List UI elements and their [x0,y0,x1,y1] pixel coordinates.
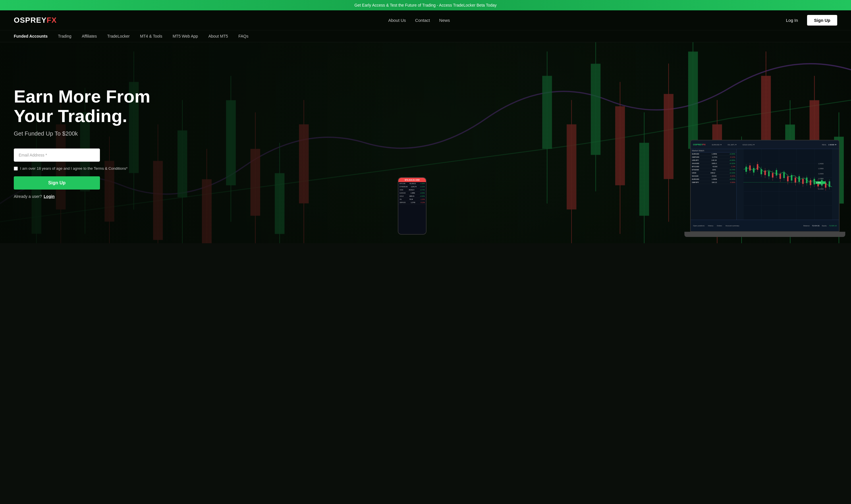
subnav-funded-accounts[interactable]: Funded Accounts [14,34,48,38]
top-banner: Get Early Access & Test the Future of Tr… [0,0,851,10]
already-user-text: Already a user? [14,194,42,199]
svg-text:1.24000: 1.24000 [818,163,823,165]
nav-news[interactable]: News [439,18,450,23]
hero-devices: OSPREYFX EUR/USD ▼ OIL (WT) ▼ GOLD (XAU)… [340,42,851,243]
logo: OSPREYFX [14,16,57,25]
login-link[interactable]: Login [44,194,55,199]
hero-section: Earn More From Your Trading. Get Funded … [0,42,851,243]
phone-instruments-list: BITCOIN 42,150.21 +1.50% ETHEREUM 2,241.… [398,182,426,234]
signup-header-button[interactable]: Sign Up [807,15,837,25]
subnav-affiliates[interactable]: Affiliates [82,34,97,38]
already-user-row: Already a user? Login [14,194,159,199]
login-button[interactable]: Log In [781,16,803,25]
instrument-row: NAS100 15234 -0.22% [691,175,737,178]
trading-bottombar: Open positions History Orders Account su… [691,220,839,231]
svg-text:1.21500: 1.21500 [818,188,823,190]
svg-rect-81 [783,173,785,178]
phone-instrument-row: OIL 78.34 -1.22% [398,198,426,201]
banner-text: Get Early Access & Test the Future of Tr… [355,3,496,7]
svg-text:1.23500: 1.23500 [818,168,823,169]
logo-osprey: OSPREY [14,16,47,25]
trading-sidebar: Market Watch EURUSD 1.0856 +0.05% GBPUSD… [691,149,737,220]
svg-text:1.0856: 1.0856 [816,182,820,183]
phone-screen-content: $72,414.31 USD BITCOIN 42,150.21 +1.50% … [398,178,426,234]
subnav-mt5-web-app[interactable]: MT5 Web App [173,34,198,38]
trading-platform-ui: OSPREYFX EUR/USD ▼ OIL (WT) ▼ GOLD (XAU)… [691,140,839,231]
phone-instrument-row: EURUSD 1.0856 +0.05% [398,192,426,195]
svg-rect-71 [764,170,766,175]
instrument-row: GBPUSD 1.2743 -0.12% [691,156,737,159]
svg-rect-95 [810,180,811,185]
phone-instrument-row: ETHEREUM 2,241.74 +2.21% [398,185,426,188]
terms-row: I am over 18 years of age and I agree to… [14,166,159,170]
svg-rect-77 [776,170,777,176]
subnav-faqs[interactable]: FAQs [238,34,249,38]
svg-rect-61 [745,167,747,172]
phone-instrument-row: BITCOIN 42,150.21 +1.50% [398,182,426,185]
instrument-row: GBPJPY 190.12 -0.08% [691,181,737,184]
subnav-tradelocker[interactable]: TradeLocker [107,34,129,38]
subnav-mt4-tools[interactable]: MT4 & Tools [140,34,162,38]
instrument-row: BTCUSD 42150 -1.2% [691,165,737,168]
phone-instrument-row: GBPUSD 1.2743 -0.12% [398,201,426,204]
instrument-row: XAUUSD 1983.2 +0.32% [691,162,737,165]
email-input-wrapper [14,148,159,162]
sub-nav: Funded Accounts Trading Affiliates Trade… [0,31,851,42]
instrument-row: USDJPY 149.34 +0.08% [691,159,737,162]
svg-rect-83 [787,176,789,181]
nav-contact[interactable]: Contact [415,18,430,23]
svg-rect-63 [749,165,751,170]
phone-balance: $72,414.31 USD [398,178,426,182]
logo-fx: FX [47,16,57,25]
svg-rect-87 [795,178,796,183]
laptop-screen: OSPREYFX EUR/USD ▼ OIL (WT) ▼ GOLD (XAU)… [690,140,839,232]
nav-about-us[interactable]: About Us [388,18,406,23]
subnav-trading[interactable]: Trading [58,34,72,38]
svg-rect-89 [798,176,800,182]
instrument-row: EURUSD 1.0856 +0.05% [691,152,737,156]
main-header: OSPREYFX About Us Contact News Log In Si… [0,10,851,31]
instrument-row: ETHUSD 2241 +0.74% [691,168,737,172]
hero-title: Earn More From Your Trading. [14,87,159,126]
svg-rect-67 [757,164,758,170]
main-nav: About Us Contact News [388,18,450,23]
terms-checkbox[interactable] [14,166,18,170]
email-input[interactable] [14,148,100,162]
terms-text: I am over 18 years of age and I agree to… [20,166,128,170]
instrument-row: EURUSD 1.0856 +0.05% [691,178,737,181]
svg-rect-69 [761,169,762,174]
svg-rect-79 [779,174,781,179]
hero-content: Earn More From Your Trading. Get Funded … [0,64,172,222]
hero-subtitle: Get Funded Up To $200k [14,130,159,137]
svg-rect-97 [814,179,815,184]
instrument-list: EURUSD 1.0856 +0.05% GBPUSD 1.2743 -0.12… [691,152,737,184]
svg-text:1.22500: 1.22500 [818,178,823,179]
phone-instrument-row: US30 34,812.4 +0.74% [398,188,426,192]
laptop-base [684,232,845,237]
instrument-row: US30 34812 +0.15% [691,172,737,175]
svg-rect-73 [768,171,769,176]
phone-mockup: $72,414.31 USD BITCOIN 42,150.21 +1.50% … [398,177,427,235]
subnav-about-mt5[interactable]: About MT5 [208,34,228,38]
svg-rect-65 [753,168,755,173]
trading-topbar: OSPREYFX EUR/USD ▼ OIL (WT) ▼ GOLD (XAU)… [691,140,839,149]
svg-rect-105 [829,181,830,187]
svg-rect-91 [802,179,803,184]
svg-rect-75 [772,173,774,178]
phone-instrument-row: GOLD 1983.21 +0.32% [398,195,426,198]
trading-chart-area: 1.24000 1.23500 1.23000 1.22500 1.22000 … [737,149,839,220]
svg-text:1.23000: 1.23000 [818,173,823,175]
laptop-mockup: OSPREYFX EUR/USD ▼ OIL (WT) ▼ GOLD (XAU)… [690,140,839,237]
signup-hero-button[interactable]: Sign Up [14,176,100,190]
svg-rect-85 [791,175,792,180]
header-actions: Log In Sign Up [781,15,837,25]
